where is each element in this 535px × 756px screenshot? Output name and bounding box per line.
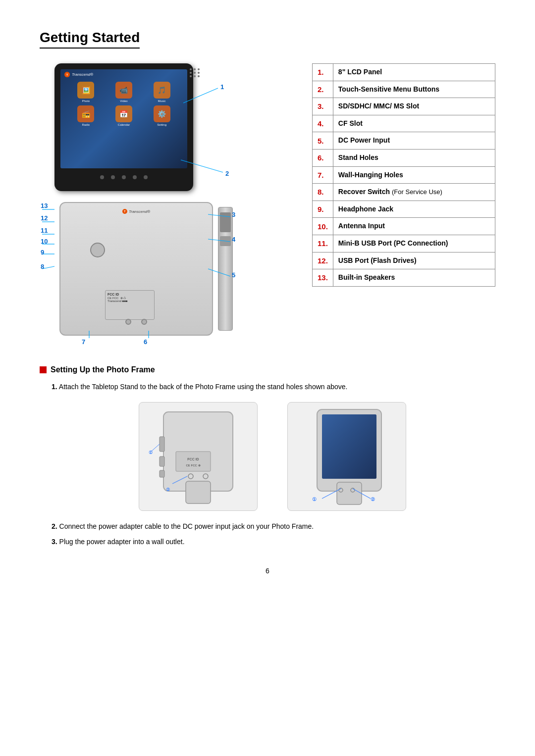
ref-desc: USB Port (Flash Drives) [333,252,495,269]
setup-section: Setting Up the Photo Frame 1. Attach the… [40,365,495,547]
setup-image-1: FCC ID CE FCC ⊕ ② ① [139,402,258,511]
label-11: 11 [41,227,48,234]
ref-num: 11. [313,235,333,252]
ref-desc: Stand Holes [333,149,495,166]
page-title: Getting Started [40,30,140,49]
label-9: 9 [41,249,44,256]
label-1: 1 [220,83,224,91]
svg-text:②: ② [166,487,170,492]
label-6: 6 [144,338,147,346]
step-2-text: Connect the power adapter cable to the D… [59,522,314,530]
svg-rect-23 [160,456,164,466]
step-3-text: Plug the power adapter into a wall outle… [59,538,185,546]
label-3: 3 [232,211,235,218]
device-front-view: T Transcend® 🖼️Photo 📹Video 🎵Music 📻Radi… [54,63,198,197]
reference-table: 1.8" LCD Panel2.Touch-Sensitive Menu But… [312,63,495,287]
setup-step-2: 2. Connect the power adapter cable to th… [52,521,495,532]
svg-text:①: ① [312,497,317,502]
setup-step-3: 3. Plug the power adapter into a wall ou… [52,536,495,547]
svg-rect-29 [322,414,376,479]
step-2-num: 2. [52,522,57,530]
svg-rect-14 [186,481,211,504]
ref-desc: CF Slot [333,115,495,132]
ref-num: 3. [313,98,333,115]
ref-num: 2. [313,81,333,98]
ref-desc: 8" LCD Panel [333,64,495,81]
setup-heading-text: Setting Up the Photo Frame [51,365,155,374]
ref-desc: Built-in Speakers [333,269,495,287]
ref-desc: Touch-Sensitive Menu Buttons [333,81,495,98]
ref-desc: Wall-Hanging Holes [333,166,495,184]
ref-num: 9. [313,201,333,218]
step-1-num: 1. [52,383,57,391]
svg-rect-30 [337,482,362,504]
setup-heading: Setting Up the Photo Frame [40,365,495,374]
frame-sketch-2: ① ② [297,407,396,506]
label-2: 2 [225,170,229,177]
ref-num: 7. [313,166,333,184]
step-3-num: 3. [52,538,57,546]
diagram-area: T Transcend® 🖼️Photo 📹Video 🎵Music 📻Radi… [40,63,297,346]
svg-text:CE FCC ⊕: CE FCC ⊕ [186,464,201,467]
svg-rect-22 [160,437,164,452]
svg-text:FCC ID: FCC ID [187,457,199,461]
ref-num: 10. [313,218,333,235]
ref-desc: Headphone Jack [333,201,495,218]
svg-text:②: ② [371,497,375,502]
ref-num: 4. [313,115,333,132]
ref-num: 6. [313,149,333,166]
frame-sketch-1: FCC ID CE FCC ⊕ ② ① [149,407,248,506]
label-8: 8 [41,263,44,270]
label-5: 5 [232,271,235,279]
ref-desc: SD/SDHC/ MMC/ MS Slot [333,98,495,115]
ref-desc: Mini-B USB Port (PC Connection) [333,235,495,252]
page-number: 6 [40,567,495,575]
setup-image-2: ① ② [287,402,406,511]
ref-num: 8. [313,184,333,201]
label-4: 4 [232,236,235,243]
svg-rect-24 [160,470,164,477]
svg-rect-17 [176,452,211,471]
label-7: 7 [82,338,85,346]
label-12: 12 [41,214,48,222]
setup-step-1: 1. Attach the Tabletop Stand to the back… [52,381,495,392]
setup-heading-icon [40,366,47,373]
ref-desc: Antenna Input [333,218,495,235]
ref-num: 5. [313,132,333,150]
ref-num: 1. [313,64,333,81]
device-back-view: T Transcend® FCC ID CE FCC ⊕ ♺ Transcend… [45,202,233,338]
reference-table-container: 1.8" LCD Panel2.Touch-Sensitive Menu But… [312,63,495,346]
svg-text:①: ① [149,450,153,455]
ref-desc: DC Power Input [333,132,495,150]
setup-images: FCC ID CE FCC ⊕ ② ① [50,402,495,511]
label-13: 13 [41,202,48,209]
step-1-text: Attach the Tabletop Stand to the back of… [59,383,348,391]
label-10: 10 [41,238,48,245]
ref-num: 12. [313,252,333,269]
ref-desc: Recover Switch (For Service Use) [333,184,495,201]
ref-num: 13. [313,269,333,287]
